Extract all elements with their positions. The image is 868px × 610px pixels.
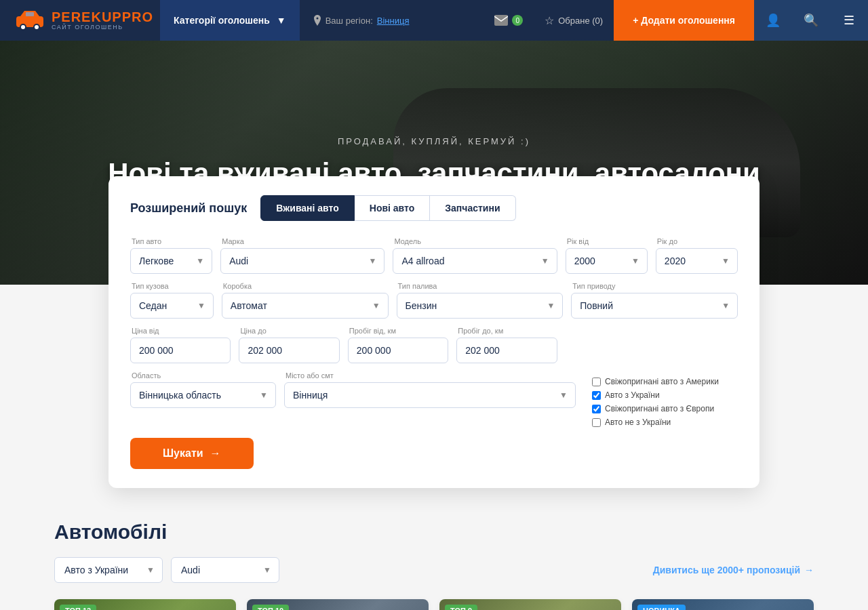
car-card[interactable]: ТОП 12	[54, 599, 236, 610]
checkbox-america-input[interactable]	[592, 378, 601, 386]
price-to-label: Ціна до	[239, 327, 339, 335]
search-button[interactable]: 🔍	[792, 0, 830, 41]
drive-select[interactable]: Повний	[571, 293, 738, 319]
filter2-wrap: Audi ▼	[171, 557, 279, 583]
region-link[interactable]: Вінниця	[377, 16, 410, 26]
search-panel: Розширений пошук Вживані авто Нові авто …	[108, 176, 760, 488]
brand-field: Марка Audi ▼	[220, 237, 384, 274]
checkbox-not-ukraine[interactable]: Авто не з України	[592, 418, 738, 427]
region-field: Область Вінницька область ▼	[130, 371, 276, 408]
search-submit-button[interactable]: Шукати →	[130, 438, 254, 469]
mail-icon	[494, 15, 508, 26]
checkboxes-area: Свіжопригнані авто з Америки Авто з Укра…	[584, 371, 738, 427]
cards-row: ТОП 12 ТОП 10	[54, 599, 814, 610]
year-from-select[interactable]: 2000	[566, 248, 648, 274]
hamburger-icon: ☰	[844, 13, 854, 28]
checkbox-america[interactable]: Свіжопригнані авто з Америки	[592, 377, 738, 386]
mileage-to-label: Пробіг до, км	[456, 327, 557, 335]
car-card[interactable]: ТОП 10	[247, 599, 429, 610]
logo-brand: PEREKUPPRO	[52, 9, 153, 24]
checkbox-europe-input[interactable]	[592, 405, 601, 413]
drive-field: Тип приводу Повний ▼	[571, 282, 738, 319]
year-from-label: Рік від	[566, 237, 648, 245]
year-to-field: Рік до 2020 ▼	[656, 237, 738, 274]
card-image-1: ТОП 12	[54, 599, 236, 610]
search-label: Розширений пошук	[130, 201, 247, 216]
spacer	[566, 327, 738, 363]
year-from-field: Рік від 2000 ▼	[566, 237, 648, 274]
gearbox-select[interactable]: Автомат	[222, 293, 389, 319]
card-image-3: ТОП 9	[439, 599, 621, 610]
checkbox-not-ukraine-input[interactable]	[592, 418, 601, 427]
arrow-right-icon: →	[210, 447, 221, 460]
city-label: Місто або смт	[284, 371, 576, 380]
tab-parts[interactable]: Запчастини	[430, 195, 515, 221]
body-select[interactable]: Седан	[130, 293, 214, 319]
tab-used-cars[interactable]: Вживані авто	[260, 195, 355, 221]
brand-label: Марка	[220, 237, 384, 245]
categories-button[interactable]: Категорії оголошень ▼	[160, 0, 300, 41]
cars-filter2-select[interactable]: Audi	[171, 557, 279, 583]
arrow-right-icon: →	[804, 565, 814, 575]
filter1-wrap: Авто з України ▼	[54, 557, 163, 583]
year-to-label: Рік до	[656, 237, 738, 245]
brand-select[interactable]: Audi	[220, 248, 384, 274]
car-card[interactable]: ТОП 9	[439, 599, 621, 610]
card-badge-3: ТОП 9	[445, 605, 477, 610]
price-to-input[interactable]	[239, 338, 339, 363]
mileage-from-label: Пробіг від, км	[348, 327, 448, 335]
mileage-from-input[interactable]	[348, 338, 448, 363]
cars-filter1-select[interactable]: Авто з України	[54, 557, 163, 583]
tab-new-cars[interactable]: Нові авто	[355, 195, 430, 221]
card-badge-2: ТОП 10	[252, 605, 289, 610]
mileage-to-input[interactable]	[456, 338, 557, 363]
star-icon: ☆	[545, 14, 554, 27]
city-select[interactable]: Вінниця	[284, 382, 576, 408]
messages-area[interactable]: 0	[484, 15, 534, 26]
fuel-field: Тип палива Бензин ▼	[397, 282, 564, 319]
gearbox-field: Коробка Автомат ▼	[222, 282, 389, 319]
cars-filters: Авто з України ▼ Audi ▼ Дивитись ще 2000…	[54, 557, 814, 583]
svg-point-2	[21, 25, 25, 29]
price-to-field: Ціна до	[239, 327, 339, 363]
card-badge-1: ТОП 12	[60, 605, 96, 610]
search-row-2: Тип кузова Седан ▼ Коробка Автомат	[130, 282, 738, 319]
messages-badge: 0	[512, 15, 523, 26]
price-from-input[interactable]	[130, 338, 231, 363]
checkbox-ukraine-input[interactable]	[592, 391, 601, 400]
checkbox-europe[interactable]: Свіжопригнані авто з Європи	[592, 404, 738, 413]
region-select[interactable]: Вінницька область	[130, 382, 276, 408]
card-badge-4: НОВИНКА	[637, 605, 686, 610]
search-row-3: Ціна від Ціна до Пробіг від, км Пробіг д…	[130, 327, 738, 363]
logo-icon	[14, 7, 46, 34]
model-select[interactable]: A4 allroad	[393, 248, 557, 274]
cars-title: Автомобілі	[54, 521, 814, 544]
chevron-down-icon: ▼	[277, 15, 286, 26]
mileage-to-field: Пробіг до, км	[456, 327, 557, 363]
mileage-from-field: Пробіг від, км	[348, 327, 448, 363]
year-to-select[interactable]: 2020	[656, 248, 738, 274]
menu-button[interactable]: ☰	[830, 0, 868, 41]
car-card[interactable]: НОВИНКА	[632, 599, 814, 610]
add-listing-button[interactable]: + Додати оголошення	[614, 0, 754, 41]
gearbox-label: Коробка	[222, 282, 389, 290]
price-from-field: Ціна від	[130, 327, 231, 363]
user-icon: 👤	[766, 13, 781, 28]
checkbox-ukraine[interactable]: Авто з України	[592, 390, 738, 400]
search-header: Розширений пошук Вживані авто Нові авто …	[130, 195, 738, 221]
price-from-label: Ціна від	[130, 327, 231, 335]
logo[interactable]: PEREKUPPRO САЙТ ОГОЛОШЕНЬ	[7, 7, 160, 34]
user-button[interactable]: 👤	[754, 0, 792, 41]
more-listings-link[interactable]: Дивитись ще 2000+ пропозицій →	[653, 565, 814, 575]
model-field: Модель A4 allroad ▼	[393, 237, 557, 274]
region-label: Область	[130, 371, 276, 380]
hero-subtitle: ПРОДАВАЙ, КУПЛЯЙ, КЕРМУЙ :)	[338, 136, 530, 146]
auto-type-select[interactable]: Легкове	[130, 248, 212, 274]
body-field: Тип кузова Седан ▼	[130, 282, 214, 319]
search-row-4: Область Вінницька область ▼ Місто або см…	[130, 371, 738, 427]
body-label: Тип кузова	[130, 282, 214, 290]
fuel-select[interactable]: Бензин	[397, 293, 564, 319]
city-field: Місто або смт Вінниця ▼	[284, 371, 576, 408]
favorites-area[interactable]: ☆ Обране (0)	[534, 14, 614, 27]
svg-rect-6	[494, 15, 508, 26]
